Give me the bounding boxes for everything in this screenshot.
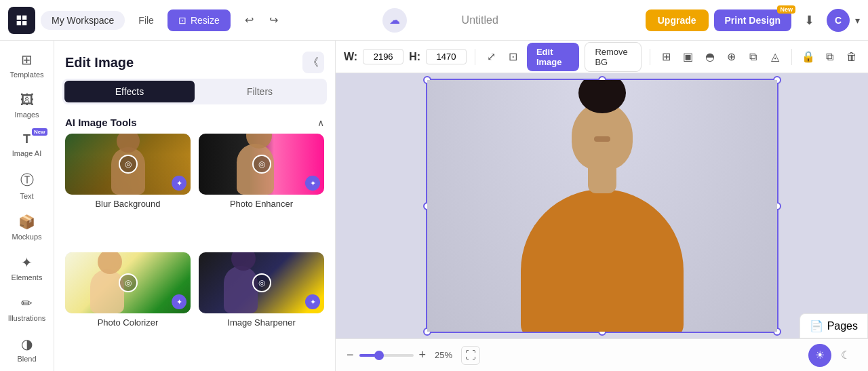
download-button[interactable]: ⬇ — [797, 8, 821, 33]
new-badge: New — [777, 5, 795, 14]
sharpener-ai-badge: ✦ — [305, 294, 320, 309]
photo-colorizer-label: Photo Colorizer — [98, 317, 159, 328]
photo-enhancer-image: ◎ ✦ — [199, 134, 324, 195]
sidebar-item-illustrations[interactable]: ✏ Illustrations — [4, 290, 50, 328]
shadow-button[interactable]: ◬ — [767, 46, 783, 68]
pages-label: Pages — [827, 320, 858, 332]
mask-button[interactable]: ◓ — [702, 46, 718, 68]
tool-photo-enhancer[interactable]: ◎ ✦ Photo Enhancer — [199, 134, 324, 244]
h-label: H: — [409, 51, 420, 63]
document-title-input[interactable] — [412, 8, 548, 33]
zoom-out-button[interactable]: − — [347, 348, 354, 362]
remove-bg-button[interactable]: Remove BG — [585, 42, 641, 72]
print-design-button[interactable]: Print Design New — [714, 9, 791, 31]
undo-button[interactable]: ↩ — [239, 9, 260, 31]
sidebar-item-label: Illustrations — [8, 314, 46, 322]
expand-button[interactable]: ⤢ — [484, 46, 500, 68]
sidebar-item-text[interactable]: Ⓣ Text — [4, 165, 50, 206]
zoom-percent: 25% — [431, 350, 456, 360]
enhancer-ai-badge: ✦ — [305, 176, 320, 191]
canvas-content[interactable]: 📄 Pages — [336, 73, 868, 338]
width-input[interactable] — [363, 49, 403, 64]
undo-redo-group: ↩ ↪ — [239, 9, 285, 31]
zoom-fill — [359, 354, 376, 357]
file-menu[interactable]: File — [130, 11, 162, 30]
elements-icon: ✦ — [21, 254, 33, 271]
upgrade-button[interactable]: Upgrade — [646, 9, 709, 31]
zoom-in-button[interactable]: + — [419, 348, 427, 362]
photo-enhancer-label: Photo Enhancer — [230, 199, 293, 209]
tools-grid: ◎ ✦ Blur Background ◎ ✦ Photo Enhancer — [54, 134, 335, 371]
zoom-thumb[interactable] — [374, 351, 384, 360]
mockups-icon: 📦 — [18, 214, 35, 230]
tabs-row: Effects Filters — [62, 79, 327, 104]
images-icon: 🖼 — [20, 92, 34, 108]
crop-button[interactable]: ⊡ — [505, 46, 521, 68]
image-sharpener-image: ◎ ✦ — [199, 252, 324, 313]
grid-view-button[interactable]: ⊞ — [658, 46, 674, 68]
dark-mode-button[interactable]: ☾ — [834, 344, 857, 367]
frame-button[interactable]: ▣ — [680, 46, 696, 68]
sidebar-item-elements[interactable]: ✦ Elements — [4, 249, 50, 287]
tab-effects[interactable]: Effects — [64, 81, 195, 102]
sidebar-item-image-ai[interactable]: T New Image AI — [4, 127, 50, 163]
lock-button[interactable]: 🔒 — [800, 46, 816, 68]
topbar: My Workspace File ⊡ Resize ↩ ↪ ☁ Upgrade… — [0, 0, 868, 41]
colorizer-center-icon: ◎ — [119, 273, 138, 292]
sidebar-item-label: Templates — [9, 71, 43, 79]
logo-button[interactable] — [8, 7, 35, 34]
image-sharpener-label: Image Sharpener — [227, 317, 295, 328]
sidebar-item-images[interactable]: 🖼 Images — [4, 87, 50, 124]
resize-button[interactable]: ⊡ Resize — [167, 9, 231, 31]
blend-icon: ◑ — [21, 336, 33, 352]
resize-icon: ⊡ — [178, 15, 186, 26]
sidebar-item-templates[interactable]: ⊞ Templates — [4, 46, 50, 84]
edit-image-active-button[interactable]: Edit Image — [527, 43, 579, 71]
ai-tools-section-header: AI Image Tools ∧ — [54, 110, 335, 134]
cloud-save-button[interactable]: ☁ — [382, 8, 407, 33]
fullscreen-button[interactable]: ⛶ — [461, 346, 480, 365]
blur-bg-image: ◎ ✦ — [65, 134, 191, 195]
blur-bg-label: Blur Background — [95, 199, 160, 209]
zoom-slider[interactable] — [359, 354, 414, 357]
blur-ai-badge: ✦ — [172, 176, 186, 191]
canvas-toolbar: W: H: ⤢ ⊡ Edit Image Remove BG ⊞ ▣ ◓ ⊕ ⧉… — [336, 41, 868, 73]
duplicate-button[interactable]: ⧉ — [822, 46, 838, 68]
redo-button[interactable]: ↪ — [263, 9, 285, 31]
delete-button[interactable]: 🗑 — [844, 46, 860, 68]
menu-chevron-button[interactable]: ▾ — [855, 15, 860, 26]
sidebar-item-label: Images — [14, 111, 39, 119]
sidebar-item-mockups[interactable]: 📦 Mockups — [4, 208, 50, 246]
section-toggle-button[interactable]: ∧ — [317, 117, 324, 128]
cloud-icon: ☁ — [389, 14, 400, 26]
tool-photo-colorizer[interactable]: ◎ ✦ Photo Colorizer — [65, 252, 191, 363]
image-container[interactable] — [426, 79, 778, 333]
main-content: ⊞ Templates 🖼 Images T New Image AI Ⓣ Te… — [0, 41, 868, 371]
illustrations-icon: ✏ — [21, 295, 33, 311]
sidebar-item-blend[interactable]: ◑ Blend — [4, 330, 50, 368]
pages-button[interactable]: 📄 Pages — [800, 313, 868, 338]
panel-collapse-button[interactable]: 《 — [302, 52, 324, 73]
left-sidebar: ⊞ Templates 🖼 Images T New Image AI Ⓣ Te… — [0, 41, 54, 371]
templates-icon: ⊞ — [21, 52, 33, 68]
sidebar-item-label: Mockups — [12, 233, 41, 241]
sharpener-center-icon: ◎ — [252, 273, 271, 292]
height-input[interactable] — [426, 49, 467, 64]
sidebar-item-label: Text — [20, 192, 33, 200]
workspace-tab[interactable]: My Workspace — [41, 11, 125, 30]
light-mode-button[interactable]: ☀ — [808, 344, 831, 367]
transform-button[interactable]: ⊕ — [724, 46, 740, 68]
tool-blur-background[interactable]: ◎ ✦ Blur Background — [65, 134, 191, 244]
w-label: W: — [344, 51, 357, 63]
tool-image-sharpener[interactable]: ◎ ✦ Image Sharpener — [199, 252, 324, 363]
layers-button[interactable]: ⧉ — [745, 46, 762, 68]
tab-filters[interactable]: Filters — [195, 81, 325, 102]
canvas-area: W: H: ⤢ ⊡ Edit Image Remove BG ⊞ ▣ ◓ ⊕ ⧉… — [336, 41, 868, 371]
title-area: ☁ — [290, 8, 640, 33]
colorizer-ai-badge: ✦ — [172, 294, 186, 309]
pages-icon: 📄 — [810, 319, 823, 332]
separator-3 — [791, 49, 792, 65]
image-ai-icon: T — [23, 132, 31, 147]
selection-box — [426, 79, 778, 333]
avatar-button[interactable]: C — [827, 9, 850, 32]
